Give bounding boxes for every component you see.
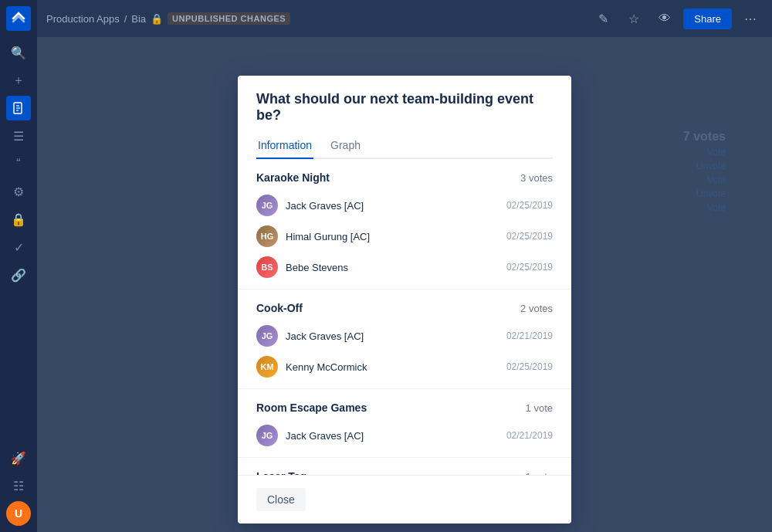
voter-row-2-0: JGJack Graves [AC]02/21/2019 [256, 420, 553, 451]
page-icon[interactable] [6, 96, 31, 120]
voter-row-0-1: HGHimal Gurung [AC]02/25/2019 [256, 221, 553, 252]
user-avatar[interactable]: U [6, 501, 31, 526]
voter-info-1-1: KMKenny McCormick [256, 356, 367, 378]
vote-group-header-1: Cook-Off2 votes [256, 302, 553, 314]
unpublished-badge: UNPUBLISHED CHANGES [168, 12, 290, 25]
breadcrumb-separator: / [124, 13, 127, 25]
settings-icon[interactable]: ⚙ [6, 179, 31, 204]
voter-row-0-0: JGJack Graves [AC]02/25/2019 [256, 190, 553, 221]
share-button[interactable]: Share [683, 8, 732, 29]
modal-header: What should our next team-building event… [238, 76, 571, 159]
vote-option-name-2: Room Escape Games [256, 402, 367, 414]
quote-icon[interactable]: “ [6, 151, 31, 176]
vote-count-2: 1 vote [526, 402, 553, 414]
vote-option-name-0: Karaoke Night [256, 171, 330, 184]
voter-name-2-0: Jack Graves [AC] [286, 430, 364, 442]
voter-info-2-0: JGJack Graves [AC] [256, 425, 364, 446]
modal-title: What should our next team-building event… [256, 91, 553, 124]
watch-button[interactable]: 👁 [652, 6, 677, 31]
vote-group-0: Karaoke Night3 votesJGJack Graves [AC]02… [238, 159, 571, 290]
app-logo[interactable] [6, 6, 31, 31]
page-lock-icon: 🔒 [151, 13, 163, 25]
voter-row-1-1: KMKenny McCormick02/25/2019 [256, 351, 553, 382]
search-icon[interactable]: 🔍 [6, 40, 31, 65]
close-button[interactable]: Close [256, 488, 306, 511]
modal-overlay: What should our next team-building event… [37, 37, 772, 532]
edit-button[interactable]: ✎ [591, 6, 615, 31]
voter-name-0-2: Bebe Stevens [286, 262, 348, 273]
voter-info-0-0: JGJack Graves [AC] [256, 195, 364, 216]
voter-date-1-1: 02/25/2019 [506, 361, 553, 372]
grid-icon[interactable]: ☷ [6, 473, 31, 498]
voter-avatar-1-1: KM [256, 356, 278, 378]
voter-avatar-2-0: JG [256, 425, 278, 446]
nav-actions: ✎ ☆ 👁 Share ⋯ [591, 6, 763, 31]
voter-date-0-1: 02/25/2019 [506, 231, 553, 242]
tab-information[interactable]: Information [256, 133, 313, 159]
modal-dialog: What should our next team-building event… [238, 76, 571, 524]
breadcrumb: Production Apps / Bia 🔒 UNPUBLISHED CHAN… [46, 12, 290, 25]
vote-group-header-2: Room Escape Games1 vote [256, 402, 553, 414]
breadcrumb-item-2[interactable]: Bia [131, 13, 146, 25]
voter-avatar-0-0: JG [256, 195, 278, 216]
modal-tabs: Information Graph [256, 133, 553, 159]
voter-name-1-0: Jack Graves [AC] [286, 330, 364, 342]
vote-count-0: 3 votes [520, 172, 553, 184]
content-area: 7 votes Vote Unvote Vote Unvote Vote Wha… [37, 37, 772, 532]
add-icon[interactable]: ＋ [6, 68, 31, 93]
check-icon[interactable]: ✓ [6, 235, 31, 259]
voter-date-2-0: 02/21/2019 [506, 430, 553, 441]
breadcrumb-item-1[interactable]: Production Apps [46, 13, 120, 25]
main-area: Production Apps / Bia 🔒 UNPUBLISHED CHAN… [37, 0, 772, 532]
tab-graph[interactable]: Graph [329, 133, 362, 159]
voter-date-0-2: 02/25/2019 [506, 262, 553, 273]
vote-group-1: Cook-Off2 votesJGJack Graves [AC]02/21/2… [238, 290, 571, 389]
voter-info-1-0: JGJack Graves [AC] [256, 325, 364, 347]
star-button[interactable]: ☆ [621, 6, 646, 31]
modal-body: Karaoke Night3 votesJGJack Graves [AC]02… [238, 159, 571, 475]
vote-count-1: 2 votes [520, 303, 553, 314]
voter-name-1-1: Kenny McCormick [286, 361, 367, 373]
modal-footer: Close [238, 475, 571, 524]
lock-icon[interactable]: 🔒 [6, 207, 31, 232]
voter-avatar-0-1: HG [256, 225, 278, 247]
top-nav: Production Apps / Bia 🔒 UNPUBLISHED CHAN… [37, 0, 772, 37]
sidebar: 🔍 ＋ ☰ “ ⚙ 🔒 ✓ 🔗 🚀 ☷ U [0, 0, 37, 532]
voter-row-0-2: BSBebe Stevens02/25/2019 [256, 252, 553, 283]
voter-info-0-2: BSBebe Stevens [256, 256, 348, 278]
list-icon[interactable]: ☰ [6, 124, 31, 148]
code-icon[interactable]: 🔗 [6, 263, 31, 287]
vote-group-header-0: Karaoke Night3 votes [256, 171, 553, 184]
more-button[interactable]: ⋯ [738, 6, 763, 31]
rocket-icon[interactable]: 🚀 [6, 446, 31, 470]
vote-group-2: Room Escape Games1 voteJGJack Graves [AC… [238, 389, 571, 458]
voter-info-0-1: HGHimal Gurung [AC] [256, 225, 370, 247]
vote-option-name-1: Cook-Off [256, 302, 303, 314]
voter-avatar-1-0: JG [256, 325, 278, 347]
voter-name-0-0: Jack Graves [AC] [286, 200, 364, 212]
voter-name-0-1: Himal Gurung [AC] [286, 231, 370, 242]
vote-group-3: Laser Tag1 voteKMKenny McCormick02/25/20… [238, 458, 571, 475]
voter-row-1-0: JGJack Graves [AC]02/21/2019 [256, 320, 553, 351]
voter-date-0-0: 02/25/2019 [506, 200, 553, 211]
voter-date-1-0: 02/21/2019 [506, 330, 553, 341]
voter-avatar-0-2: BS [256, 256, 278, 278]
